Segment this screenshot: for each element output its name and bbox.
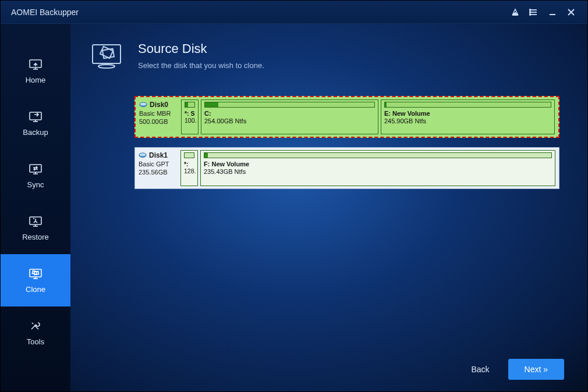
minimize-icon[interactable]	[543, 3, 562, 22]
disk-partitions: *:128.F: New Volume235.43GB Ntfs	[180, 148, 559, 188]
svg-rect-15	[30, 165, 41, 172]
partition[interactable]: *: S100.	[181, 99, 199, 134]
partition-size: 254.00GB Ntfs	[204, 117, 375, 125]
disk-type: Basic GPT	[139, 161, 177, 168]
disk-partitions: *: S100.C:254.00GB NtfsE: New Volume245.…	[181, 97, 558, 137]
partition-size: 245.90GB Ntfs	[384, 117, 551, 125]
partition[interactable]: C:254.00GB Ntfs	[201, 99, 378, 134]
sidebar-item-label: Backup	[23, 128, 48, 137]
sidebar-item-label: Home	[26, 76, 46, 84]
disk-row[interactable]: Disk1Basic GPT235.56GB*:128.F: New Volum…	[134, 147, 559, 189]
svg-point-34	[139, 153, 146, 156]
sidebar: Home Backup Sync Restore Clone Tools	[1, 24, 70, 391]
svg-point-5	[530, 14, 531, 15]
svg-point-32	[140, 102, 147, 106]
sidebar-item-backup[interactable]: Backup	[1, 97, 70, 149]
main-panel: Source Disk Select the disk that you wis…	[70, 24, 587, 391]
sidebar-item-label: Clone	[26, 285, 45, 294]
svg-point-4	[530, 12, 531, 13]
sidebar-item-sync[interactable]: Sync	[1, 149, 70, 202]
disk-icon	[139, 152, 147, 158]
page-title: Source Disk	[138, 41, 264, 56]
close-icon[interactable]	[562, 3, 580, 22]
page-header: Source Disk Select the disk that you wis…	[88, 41, 564, 75]
sidebar-item-tools[interactable]: Tools	[1, 307, 70, 359]
partition-usage-bar	[184, 152, 194, 158]
disk-icon	[139, 102, 147, 108]
page-subtitle: Select the disk that you wish to clone.	[138, 61, 264, 70]
partition-label: *: S	[185, 110, 195, 117]
svg-rect-12	[30, 112, 41, 120]
next-button[interactable]: Next »	[508, 359, 564, 380]
disk-row[interactable]: Disk0Basic MBR500.00GB*: S100.C:254.00GB…	[134, 96, 559, 138]
disk-name: Disk0	[150, 101, 168, 109]
disk-info: Disk1Basic GPT235.56GB	[135, 148, 180, 188]
partition[interactable]: F: New Volume235.43GB Ntfs	[200, 150, 555, 186]
source-disk-icon	[88, 41, 125, 75]
sidebar-item-clone[interactable]: Clone	[1, 254, 70, 307]
next-button-label: Next »	[525, 365, 548, 374]
disk-name: Disk1	[149, 151, 168, 159]
disk-type: Basic MBR	[139, 110, 178, 117]
app-title: AOMEI Backupper	[11, 8, 79, 17]
sidebar-item-restore[interactable]: Restore	[1, 202, 70, 254]
footer: Back Next »	[463, 359, 564, 380]
body: Home Backup Sync Restore Clone Tools	[1, 24, 587, 391]
svg-point-3	[530, 9, 531, 10]
titlebar: AOMEI Backupper	[1, 1, 587, 24]
sidebar-item-label: Sync	[27, 180, 44, 189]
partition-usage-bar	[204, 102, 375, 108]
partition-size: 128.	[184, 168, 194, 174]
partition-label: *:	[184, 161, 194, 168]
partition-usage-bar	[185, 102, 195, 108]
disk-list: Disk0Basic MBR500.00GB*: S100.C:254.00GB…	[134, 96, 559, 189]
disk-info: Disk0Basic MBR500.00GB	[136, 97, 181, 137]
back-button[interactable]: Back	[463, 360, 497, 379]
app-window: AOMEI Backupper Home Backup	[0, 0, 588, 392]
sidebar-item-home[interactable]: Home	[1, 45, 70, 97]
sidebar-item-label: Tools	[27, 337, 44, 346]
partition-usage-bar	[384, 102, 551, 108]
upgrade-icon[interactable]	[506, 3, 525, 22]
disk-size: 235.56GB	[139, 169, 177, 176]
menu-icon[interactable]	[525, 3, 543, 22]
partition[interactable]: E: New Volume245.90GB Ntfs	[381, 99, 555, 134]
partition-size: 235.43GB Ntfs	[204, 168, 552, 176]
partition-usage-bar	[204, 152, 552, 158]
partition-label: C:	[204, 110, 375, 117]
partition-label: F: New Volume	[204, 161, 552, 168]
partition-label: E: New Volume	[384, 110, 551, 117]
svg-rect-29	[100, 47, 113, 58]
partition-size: 100.	[185, 117, 195, 124]
partition[interactable]: *:128.	[180, 150, 198, 186]
sidebar-item-label: Restore	[22, 233, 49, 241]
svg-rect-21	[30, 269, 41, 277]
disk-size: 500.00GB	[139, 118, 178, 125]
